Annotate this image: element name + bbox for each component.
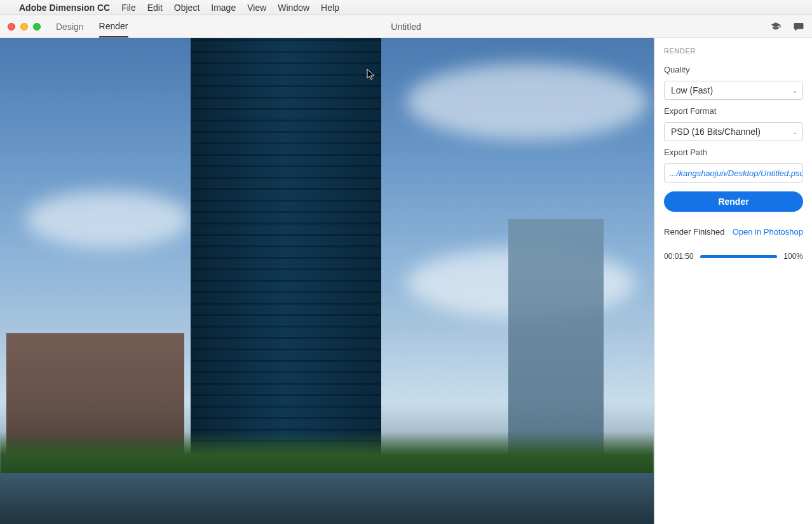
open-in-photoshop-link[interactable]: Open in Photoshop: [733, 227, 803, 237]
window-zoom-icon[interactable]: [33, 23, 41, 31]
menu-image[interactable]: Image: [211, 3, 236, 13]
document-title: Untitled: [391, 22, 421, 32]
export-path-label: Export Path: [664, 148, 803, 157]
quality-select[interactable]: Low (Fast) ⌄: [664, 81, 803, 100]
render-button[interactable]: Render: [664, 191, 803, 212]
render-panel: RENDER Quality Low (Fast) ⌄ Export Forma…: [654, 38, 812, 524]
building-graphic: [191, 38, 381, 486]
elapsed-time: 00:01:50: [664, 252, 694, 261]
progress-row: 00:01:50 100%: [664, 252, 803, 261]
menu-object[interactable]: Object: [174, 3, 200, 13]
menu-edit[interactable]: Edit: [147, 3, 163, 13]
window-close-icon[interactable]: [8, 23, 15, 31]
toolbar-right: [770, 21, 804, 32]
export-format-label: Export Format: [664, 106, 803, 116]
app-name[interactable]: Adobe Dimension CC: [19, 3, 110, 13]
window-controls: [8, 23, 41, 31]
chevron-down-icon: ⌄: [792, 87, 797, 94]
window-minimize-icon[interactable]: [20, 23, 28, 31]
cloud-shape: [407, 64, 648, 140]
export-path-input[interactable]: .../kangshaojun/Desktop/Untitled.psd: [664, 163, 803, 183]
window-toolbar: Design Render Untitled: [0, 15, 812, 38]
chevron-down-icon: ⌄: [792, 128, 797, 135]
panel-header: RENDER: [664, 47, 803, 55]
progress-bar: [700, 255, 778, 258]
main-area: RENDER Quality Low (Fast) ⌄ Export Forma…: [0, 38, 812, 524]
menu-window[interactable]: Window: [278, 3, 309, 13]
render-status-row: Render Finished Open in Photoshop: [664, 227, 803, 237]
mouse-cursor-icon: [367, 69, 376, 80]
cloud-shape: [25, 191, 191, 248]
learn-icon[interactable]: [770, 21, 782, 32]
menu-help[interactable]: Help: [321, 3, 339, 13]
export-format-select[interactable]: PSD (16 Bits/Channel) ⌄: [664, 122, 803, 141]
mode-tabs: Design Render: [56, 15, 128, 38]
macos-menubar: Adobe Dimension CC File Edit Object Imag…: [0, 0, 812, 15]
export-path-value: .../kangshaojun/Desktop/Untitled.psd: [670, 169, 803, 178]
progress-percent: 100%: [783, 252, 803, 261]
render-status-text: Render Finished: [664, 227, 724, 237]
export-format-value: PSD (16 Bits/Channel): [671, 127, 761, 137]
progress-fill: [700, 255, 778, 258]
water-graphic: [0, 473, 654, 524]
quality-label: Quality: [664, 65, 803, 74]
quality-value: Low (Fast): [671, 85, 713, 95]
tab-design[interactable]: Design: [56, 15, 84, 38]
render-canvas[interactable]: [0, 38, 654, 524]
feedback-icon[interactable]: [793, 21, 804, 32]
menu-view[interactable]: View: [247, 3, 266, 13]
tab-render[interactable]: Render: [99, 15, 128, 38]
menu-file[interactable]: File: [121, 3, 136, 13]
